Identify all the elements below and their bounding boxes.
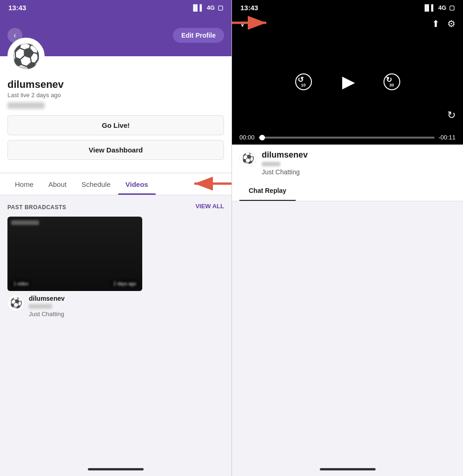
skip-button[interactable]: ↻ 30 xyxy=(383,73,401,91)
play-button[interactable]: ▶ xyxy=(336,70,359,93)
video-thumbnail[interactable]: 1 video 2 days ago xyxy=(7,217,142,291)
signal-icon: ▐▌▌ xyxy=(191,4,204,11)
video-username: dilumsenev xyxy=(29,295,65,302)
stream-category: Just Chatting xyxy=(262,168,308,176)
video-overlay: 1 video 2 days ago xyxy=(7,217,142,291)
right-tabs: Chat Replay xyxy=(232,181,463,201)
video-avatar: ⚽ xyxy=(7,295,24,311)
left-home-indicator xyxy=(0,462,232,476)
tab-schedule[interactable]: Schedule xyxy=(74,174,118,195)
network-type: 4G xyxy=(207,4,215,11)
player-controls-center: ↺ 10 ▶ ↻ 30 xyxy=(232,33,463,130)
followers-count xyxy=(7,102,45,109)
progress-dot[interactable] xyxy=(259,135,265,140)
section-title: PAST BROADCASTS xyxy=(7,204,66,211)
right-status-bar: 13:43 ▐▌▌ 4G ▢ xyxy=(232,0,463,14)
tab-videos[interactable]: Videos xyxy=(118,174,156,195)
player-bottom-bar: 00:00 -00:11 xyxy=(232,130,463,145)
left-status-bar: 13:43 ▐▌▌ 4G ▢ xyxy=(0,0,232,14)
right-network-type: 4G xyxy=(438,4,446,11)
video-card[interactable]: 1 video 2 days ago ⚽ dilumsenev Just Cha… xyxy=(7,217,224,317)
content-area: PAST BROADCASTS VIEW ALL 1 video 2 days … xyxy=(0,195,232,462)
right-battery-icon: ▢ xyxy=(449,4,455,11)
tab-chat-replay[interactable]: Chat Replay xyxy=(239,181,296,201)
tab-home[interactable]: Home xyxy=(7,174,41,195)
video-sub-blurred xyxy=(29,304,52,309)
profile-section: ⚽ dilumsenev Last live 2 days ago Go Liv… xyxy=(0,56,232,172)
view-all-link[interactable]: VIEW ALL xyxy=(195,203,224,210)
video-player[interactable]: ∨ ⬆ ⚙ xyxy=(232,14,463,145)
username: dilumsenev xyxy=(7,79,224,91)
player-top-bar: ∨ ⬆ ⚙ xyxy=(232,14,463,33)
view-dashboard-button[interactable]: View Dashboard xyxy=(7,140,224,160)
section-header: PAST BROADCASTS VIEW ALL xyxy=(7,203,224,211)
share-icon[interactable]: ⬆ xyxy=(432,18,440,29)
settings-icon[interactable]: ⚙ xyxy=(447,18,456,29)
stream-username: dilumsenev xyxy=(262,150,308,160)
video-category: Just Chatting xyxy=(29,311,65,317)
chat-area xyxy=(232,201,463,462)
left-phone: 13:43 ▐▌▌ 4G ▢ ‹ Edit Profile ⚽ dilumsen… xyxy=(0,0,232,476)
nav-tabs: Home About Schedule Videos xyxy=(0,174,232,195)
right-home-bar xyxy=(320,468,376,470)
video-meta: ⚽ dilumsenev Just Chatting xyxy=(7,295,224,317)
video-age-badge: 2 days ago xyxy=(111,280,139,287)
time-end: -00:11 xyxy=(438,134,456,141)
right-time: 13:43 xyxy=(240,4,258,12)
video-duration-badge: 1 video xyxy=(11,280,31,287)
right-home-indicator xyxy=(232,462,463,476)
right-phone: 13:43 ▐▌▌ 4G ▢ ∨ xyxy=(232,0,463,476)
left-arrow-annotation xyxy=(190,174,232,193)
right-arrow-annotation xyxy=(232,16,273,32)
left-time: 13:43 xyxy=(8,4,26,12)
stream-info-section: ⚽ dilumsenev Just Chatting xyxy=(232,145,463,181)
stream-avatar: ⚽ xyxy=(239,150,256,167)
rewind-button[interactable]: ↺ 10 xyxy=(294,73,313,91)
avatar: ⚽ xyxy=(7,38,45,75)
avatar-container: ⚽ xyxy=(7,38,224,75)
home-bar xyxy=(88,468,144,470)
battery-icon: ▢ xyxy=(218,4,223,11)
time-start: 00:00 xyxy=(239,134,255,141)
refresh-icon[interactable]: ↻ xyxy=(447,109,456,121)
last-live-text: Last live 2 days ago xyxy=(7,92,224,99)
progress-bar[interactable] xyxy=(258,137,435,139)
go-live-button[interactable]: Go Live! xyxy=(7,115,224,135)
stream-info: dilumsenev Just Chatting xyxy=(262,150,308,176)
video-info: dilumsenev Just Chatting xyxy=(29,295,65,317)
chevron-down-icon[interactable]: ∨ xyxy=(239,19,245,29)
video-title-blurred xyxy=(11,220,39,225)
tab-about[interactable]: About xyxy=(41,174,74,195)
right-arrow-svg xyxy=(232,16,273,30)
video-bottom-bar: 1 video 2 days ago xyxy=(11,280,139,287)
right-signal-icon: ▐▌▌ xyxy=(423,4,436,11)
stream-sub-blurred xyxy=(262,162,280,166)
